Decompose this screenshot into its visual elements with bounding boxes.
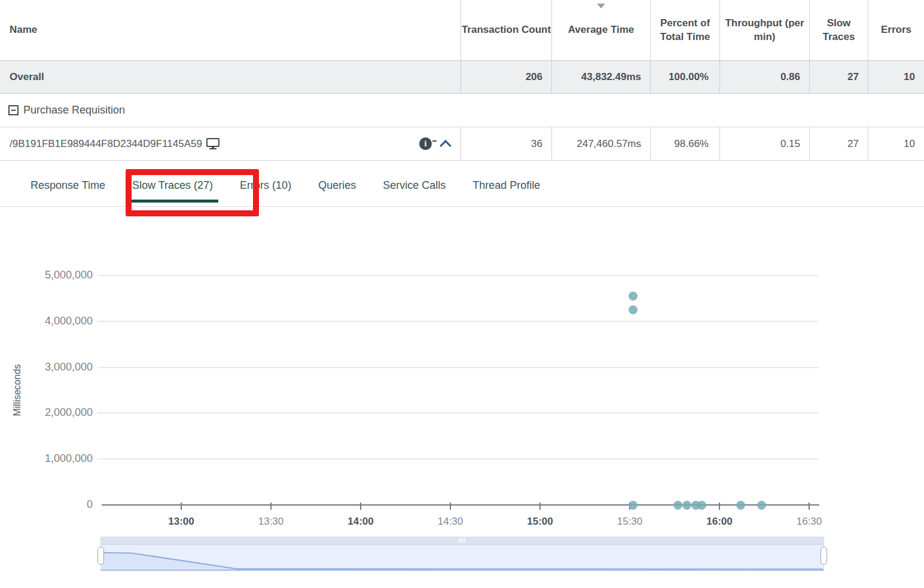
x-tick-mark [719,503,720,510]
y-tick-label: 2,000,000 [0,406,93,419]
scatter-point[interactable] [736,501,745,510]
scatter-point[interactable] [629,292,638,301]
underscore-mark [432,140,437,142]
x-tick-mark [181,503,182,510]
gridline [97,412,819,414]
y-tick-label: 0 [0,498,93,512]
column-header-label: Average Time [568,23,635,37]
tab-response-time[interactable]: Response Time [25,174,111,203]
gridline [97,321,819,322]
detail-tabs: Response Time Slow Traces (27) Errors (1… [0,174,545,203]
x-tick-mark [539,503,541,510]
x-axis-line [102,504,819,506]
x-tick-label: 16:30 [785,516,833,528]
overall-throughput: 0.86 [719,61,809,93]
transaction-errors: 10 [868,127,924,160]
scatter-point[interactable] [629,501,638,510]
column-header-errors[interactable]: Errors [868,0,924,60]
y-tick-label: 4,000,000 [0,315,93,328]
tab-queries[interactable]: Queries [313,174,361,203]
y-tick-label: 5,000,000 [0,269,93,282]
tab-thread-profile[interactable]: Thread Profile [467,174,545,203]
monitor-icon [206,138,219,150]
gridline [97,275,819,276]
column-header-label: Percent of Total Time [651,17,719,44]
x-tick-mark [360,503,361,510]
overall-errors: 10 [868,61,924,93]
info-icon[interactable]: i [419,137,432,150]
overall-percent-of-total: 100.00% [650,61,719,93]
transaction-name-cell: /9B191FB1E989444F8D2344D9F1145A59 i [0,127,461,160]
x-tick-label: 13:30 [247,516,295,528]
column-header-label: Throughput (per min) [720,17,809,44]
x-tick-label: 16:00 [696,516,743,528]
table-header-row: Name Transaction Count Average Time Perc… [0,0,924,60]
x-tick-mark [809,503,810,510]
scatter-point[interactable] [697,501,706,510]
column-header-name[interactable]: Name [0,0,461,60]
transactions-table: Name Transaction Count Average Time Perc… [0,0,924,161]
collapse-icon[interactable] [8,105,19,115]
overall-transaction-count: 206 [461,61,551,93]
column-header-percent-of-total-time[interactable]: Percent of Total Time [650,0,719,60]
transaction-row[interactable]: /9B191FB1E989444F8D2344D9F1145A59 i 36 2… [0,127,924,161]
brush-handle-left[interactable] [97,547,104,565]
transaction-count: 36 [461,127,551,160]
apm-transactions-page: Name Transaction Count Average Time Perc… [0,0,924,588]
brush-grip-icon [459,538,465,543]
slow-traces-scatter-chart: Milliseconds 5,000,0004,000,0003,000,000… [0,257,924,580]
overall-average-time: 43,832.49ms [551,61,650,93]
column-header-label: Slow Traces [810,17,868,44]
x-tick-label: 13:00 [157,516,205,528]
overall-row-name: Overall [0,61,461,93]
chevron-up-icon[interactable] [440,140,452,152]
x-tick-label: 14:30 [426,516,474,528]
transaction-name[interactable]: /9B191FB1E989444F8D2344D9F1145A59 [10,138,202,150]
overall-row[interactable]: Overall 206 43,832.49ms 100.00% 0.86 27 … [0,60,924,94]
scatter-point[interactable] [682,501,691,510]
y-tick-label: 1,000,000 [0,452,93,466]
x-tick-label: 15:00 [516,516,564,528]
column-header-slow-traces[interactable]: Slow Traces [809,0,868,60]
x-tick-mark [450,503,451,510]
gridline [97,458,819,460]
transaction-percent-of-total: 98.66% [650,127,719,160]
column-header-transaction-count[interactable]: Transaction Count [461,0,551,60]
y-axis-title: Milliseconds [12,342,24,438]
tab-service-calls[interactable]: Service Calls [377,174,451,203]
scatter-point[interactable] [629,305,638,314]
group-row-purchase-requisition[interactable]: Purchase Requisition [0,94,924,127]
column-header-average-time[interactable]: Average Time [551,0,650,60]
time-range-brush[interactable] [100,537,824,571]
scatter-point[interactable] [757,501,766,510]
gridline [97,367,819,368]
group-label: Purchase Requisition [23,104,125,117]
scatter-point[interactable] [673,501,682,510]
x-tick-mark [270,503,272,510]
column-header-throughput[interactable]: Throughput (per min) [719,0,809,60]
overall-slow-traces: 27 [809,61,868,93]
transaction-slow-traces: 27 [809,127,868,160]
column-header-label: Transaction Count [462,23,551,37]
transaction-throughput: 0.15 [719,127,809,160]
x-tick-label: 15:30 [606,516,654,528]
highlight-annotation [126,169,259,216]
column-header-label: Errors [881,23,911,37]
x-tick-label: 14:00 [337,516,385,528]
sort-desc-icon [597,4,605,8]
brush-handle-right[interactable] [821,547,827,565]
transaction-average-time: 247,460.57ms [551,127,650,160]
y-tick-label: 3,000,000 [0,361,93,374]
